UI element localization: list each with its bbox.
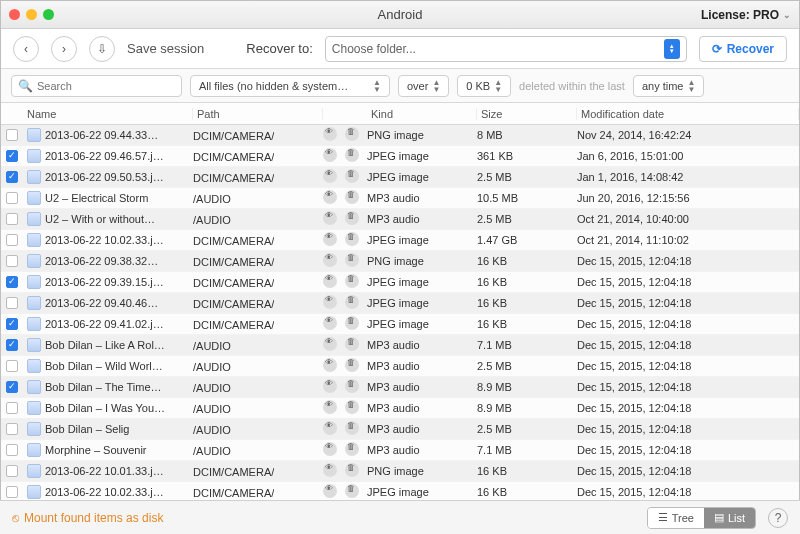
- table-row[interactable]: Bob Dilan – Selig/AUDIOMP3 audio2.5 MBDe…: [1, 419, 799, 440]
- row-checkbox[interactable]: [6, 444, 18, 456]
- table-row[interactable]: 2013-06-22 09.46.57.j…DCIM/CAMERA/JPEG i…: [1, 146, 799, 167]
- preview-icon[interactable]: [323, 211, 337, 225]
- trash-icon[interactable]: [345, 169, 359, 183]
- trash-icon[interactable]: [345, 316, 359, 330]
- recover-button[interactable]: ⟳ Recover: [699, 36, 787, 62]
- trash-icon[interactable]: [345, 148, 359, 162]
- preview-icon[interactable]: [323, 400, 337, 414]
- preview-icon[interactable]: [323, 358, 337, 372]
- help-button[interactable]: ?: [768, 508, 788, 528]
- trash-icon[interactable]: [345, 337, 359, 351]
- preview-icon[interactable]: [323, 253, 337, 267]
- chevron-down-icon[interactable]: ⌄: [783, 10, 791, 20]
- preview-icon[interactable]: [323, 337, 337, 351]
- preview-icon[interactable]: [323, 316, 337, 330]
- table-row[interactable]: 2013-06-22 10.02.33.j…DCIM/CAMERA/JPEG i…: [1, 230, 799, 251]
- preview-icon[interactable]: [323, 484, 337, 498]
- minimize-icon[interactable]: [26, 9, 37, 20]
- row-checkbox[interactable]: [6, 150, 18, 162]
- trash-icon[interactable]: [345, 463, 359, 477]
- choose-folder-dropdown[interactable]: Choose folder... ▲▼: [325, 36, 687, 62]
- preview-icon[interactable]: [323, 169, 337, 183]
- table-row[interactable]: Bob Dilan – Wild Worl…/AUDIOMP3 audio2.5…: [1, 356, 799, 377]
- list-view-button[interactable]: ▤ List: [704, 508, 755, 528]
- column-size[interactable]: Size: [477, 108, 577, 120]
- maximize-icon[interactable]: [43, 9, 54, 20]
- trash-icon[interactable]: [345, 400, 359, 414]
- close-icon[interactable]: [9, 9, 20, 20]
- column-modification-date[interactable]: Modification date: [577, 108, 799, 120]
- table-row[interactable]: 2013-06-22 09.40.46…DCIM/CAMERA/JPEG ima…: [1, 293, 799, 314]
- preview-icon[interactable]: [323, 232, 337, 246]
- table-row[interactable]: Bob Dilan – I Was You…/AUDIOMP3 audio8.9…: [1, 398, 799, 419]
- row-checkbox[interactable]: [6, 486, 18, 498]
- trash-icon[interactable]: [345, 442, 359, 456]
- table-row[interactable]: 2013-06-22 09.38.32…DCIM/CAMERA/PNG imag…: [1, 251, 799, 272]
- trash-icon[interactable]: [345, 421, 359, 435]
- trash-icon[interactable]: [345, 484, 359, 498]
- preview-icon[interactable]: [323, 442, 337, 456]
- search-input[interactable]: [37, 80, 175, 92]
- row-checkbox[interactable]: [6, 381, 18, 393]
- column-name[interactable]: Name: [23, 108, 193, 120]
- table-row[interactable]: Bob Dilan – The Time…/AUDIOMP3 audio8.9 …: [1, 377, 799, 398]
- table-row[interactable]: 2013-06-22 09.41.02.j…DCIM/CAMERA/JPEG i…: [1, 314, 799, 335]
- row-checkbox[interactable]: [6, 255, 18, 267]
- column-kind[interactable]: Kind: [367, 108, 477, 120]
- preview-icon[interactable]: [323, 274, 337, 288]
- row-checkbox[interactable]: [6, 297, 18, 309]
- preview-icon[interactable]: [323, 190, 337, 204]
- trash-icon[interactable]: [345, 358, 359, 372]
- trash-icon[interactable]: [345, 274, 359, 288]
- save-session-icon[interactable]: ⇩: [89, 36, 115, 62]
- file-filter-dropdown[interactable]: All files (no hidden & system… ▲▼: [190, 75, 390, 97]
- table-row[interactable]: 2013-06-22 09.39.15.j…DCIM/CAMERA/JPEG i…: [1, 272, 799, 293]
- trash-icon[interactable]: [345, 379, 359, 393]
- table-row[interactable]: 2013-06-22 09.44.33…DCIM/CAMERA/PNG imag…: [1, 125, 799, 146]
- table-row[interactable]: 2013-06-22 09.50.53.j…DCIM/CAMERA/JPEG i…: [1, 167, 799, 188]
- row-checkbox[interactable]: [6, 402, 18, 414]
- back-button[interactable]: ‹: [13, 36, 39, 62]
- size-op-dropdown[interactable]: over ▲▼: [398, 75, 449, 97]
- search-box[interactable]: 🔍: [11, 75, 182, 97]
- file-name: 2013-06-22 10.02.33.j…: [45, 486, 164, 498]
- time-filter-dropdown[interactable]: any time ▲▼: [633, 75, 705, 97]
- forward-button[interactable]: ›: [51, 36, 77, 62]
- row-checkbox[interactable]: [6, 339, 18, 351]
- table-row[interactable]: Morphine – Souvenir/AUDIOMP3 audio7.1 MB…: [1, 440, 799, 461]
- trash-icon[interactable]: [345, 232, 359, 246]
- preview-icon[interactable]: [323, 421, 337, 435]
- row-checkbox[interactable]: [6, 213, 18, 225]
- row-checkbox[interactable]: [6, 192, 18, 204]
- file-icon: [27, 359, 41, 373]
- preview-icon[interactable]: [323, 148, 337, 162]
- file-size: 16 KB: [477, 297, 577, 309]
- preview-icon[interactable]: [323, 463, 337, 477]
- tree-view-button[interactable]: ☰ Tree: [648, 508, 704, 528]
- table-row[interactable]: U2 – With or without…/AUDIOMP3 audio2.5 …: [1, 209, 799, 230]
- trash-icon[interactable]: [345, 253, 359, 267]
- row-checkbox[interactable]: [6, 171, 18, 183]
- trash-icon[interactable]: [345, 295, 359, 309]
- size-value-dropdown[interactable]: 0 KB ▲▼: [457, 75, 511, 97]
- preview-icon[interactable]: [323, 295, 337, 309]
- preview-icon[interactable]: [323, 127, 337, 141]
- trash-icon[interactable]: [345, 127, 359, 141]
- column-path[interactable]: Path: [193, 108, 323, 120]
- row-checkbox[interactable]: [6, 423, 18, 435]
- row-checkbox[interactable]: [6, 234, 18, 246]
- row-checkbox[interactable]: [6, 276, 18, 288]
- row-checkbox[interactable]: [6, 465, 18, 477]
- row-checkbox[interactable]: [6, 129, 18, 141]
- trash-icon[interactable]: [345, 211, 359, 225]
- table-row[interactable]: Bob Dilan – Like A Rol…/AUDIOMP3 audio7.…: [1, 335, 799, 356]
- table-row[interactable]: U2 – Electrical Storm/AUDIOMP3 audio10.5…: [1, 188, 799, 209]
- file-icon: [27, 233, 41, 247]
- row-checkbox[interactable]: [6, 318, 18, 330]
- save-session-button[interactable]: Save session: [127, 41, 204, 56]
- trash-icon[interactable]: [345, 190, 359, 204]
- preview-icon[interactable]: [323, 379, 337, 393]
- table-row[interactable]: 2013-06-22 10.01.33.j…DCIM/CAMERA/PNG im…: [1, 461, 799, 482]
- row-checkbox[interactable]: [6, 360, 18, 372]
- mount-button[interactable]: ⎋ Mount found items as disk: [12, 511, 163, 525]
